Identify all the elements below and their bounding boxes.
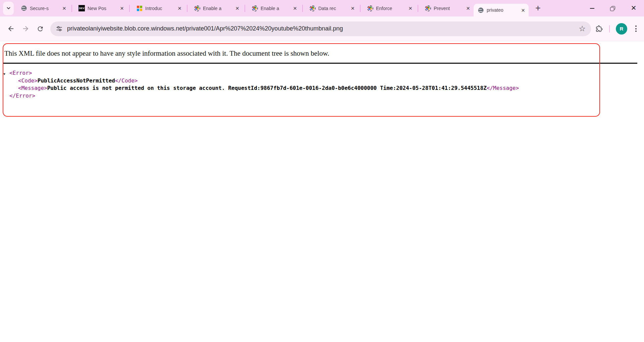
tab[interactable]: Enforce×: [362, 0, 416, 16]
tab-close-icon[interactable]: ×: [61, 5, 67, 11]
message-close-tag: </Message>: [487, 85, 519, 91]
tab-close-icon[interactable]: ×: [234, 5, 240, 11]
tab-title: Enforce: [376, 6, 405, 11]
tab-separator: [71, 5, 72, 12]
tab-title: Enable a: [203, 6, 232, 11]
reload-button[interactable]: [33, 21, 48, 36]
address-bar[interactable]: privateolaniyiwebsite.blob.core.windows.…: [50, 21, 591, 36]
tab-favicon: [194, 5, 200, 11]
tab-strip-tabs: Secure-s×DEVNew Pos×Introduc×Enable a×En…: [16, 0, 529, 16]
tab[interactable]: DEVNew Pos×: [74, 0, 127, 16]
tab-favicon: [478, 7, 484, 13]
tab-separator: [360, 5, 361, 12]
back-button[interactable]: [3, 21, 18, 36]
profile-avatar[interactable]: R: [616, 23, 627, 35]
tab[interactable]: Introduc×: [131, 0, 185, 16]
tab-title: Introduc: [145, 6, 174, 11]
forward-button[interactable]: [18, 21, 33, 36]
tab[interactable]: Prevent×: [420, 0, 474, 16]
xml-line-error-close: </Error>: [0, 92, 644, 100]
tab[interactable]: Secure-s×: [16, 0, 70, 16]
ms-learn-icon: [310, 5, 316, 11]
site-settings-icon[interactable]: [56, 25, 63, 32]
toolbar-divider: [609, 25, 610, 33]
error-close-tag: </Error>: [9, 93, 35, 99]
xml-viewer-note: This XML file does not appear to have an…: [3, 41, 637, 64]
forward-icon: [22, 25, 30, 33]
tab-close-icon[interactable]: ×: [119, 5, 125, 11]
tab-separator: [418, 5, 418, 12]
ms-learn-icon: [252, 5, 258, 11]
tab-favicon: [21, 5, 27, 11]
xml-line-message: <Message>Public access is not permitted …: [0, 84, 644, 92]
menu-kebab-icon[interactable]: [633, 23, 639, 34]
close-window-button[interactable]: ×: [623, 0, 644, 16]
close-icon: ×: [631, 3, 636, 12]
chevron-down-icon: [6, 6, 11, 11]
window-controls: ×: [582, 0, 644, 16]
globe-icon: [21, 5, 27, 11]
tab-separator: [302, 5, 303, 12]
toolbar-right: R: [595, 23, 639, 35]
message-open-tag: <Message>: [18, 85, 47, 91]
tab[interactable]: Enable a×: [189, 0, 243, 16]
code-close-tag: </Code>: [115, 77, 138, 84]
minimize-button[interactable]: [582, 0, 602, 16]
tab-strip: Secure-s×DEVNew Pos×Introduc×Enable a×En…: [0, 0, 644, 16]
back-icon: [7, 25, 15, 33]
tab-close-icon[interactable]: ×: [292, 5, 298, 11]
new-tab-button[interactable]: +: [532, 2, 544, 14]
restore-icon: [611, 6, 615, 10]
tab[interactable]: Enable a×: [247, 0, 301, 16]
ms-learn-icon: [367, 5, 373, 11]
error-open-tag: <Error>: [9, 70, 32, 76]
tab-search-button[interactable]: [3, 2, 14, 15]
tab-close-icon[interactable]: ×: [465, 5, 471, 11]
tab-title: Data rec: [318, 6, 347, 11]
reload-icon: [37, 25, 44, 33]
tab[interactable]: Data rec×: [305, 0, 358, 16]
dev-logo-icon: DEV: [78, 5, 85, 11]
tab-active[interactable]: privateo×: [474, 4, 529, 16]
tab-favicon: [136, 5, 143, 11]
tab-separator: [129, 5, 130, 12]
xml-line-error-open: ▼<Error>: [0, 69, 644, 77]
globe-icon: [478, 7, 484, 13]
bookmark-star-icon[interactable]: ☆: [579, 25, 586, 33]
browser-toolbar: privateolaniyiwebsite.blob.core.windows.…: [0, 16, 644, 41]
url-text[interactable]: privateolaniyiwebsite.blob.core.windows.…: [67, 25, 579, 32]
ms-learn-icon: [425, 5, 431, 11]
xml-line-code: <Code>PublicAccessNotPermitted</Code>: [0, 77, 644, 85]
tab-title: Secure-s: [30, 6, 59, 11]
tab-title: Enable a: [261, 6, 289, 11]
tab-favicon: [309, 5, 316, 11]
tab-title: New Pos: [88, 6, 116, 11]
restore-button[interactable]: [602, 0, 623, 16]
extensions-icon[interactable]: [595, 25, 603, 33]
minimize-icon: [590, 8, 594, 9]
tab-close-icon[interactable]: ×: [350, 5, 356, 11]
code-open-tag: <Code>: [18, 77, 38, 84]
tab-title: privateo: [487, 7, 518, 13]
tab-favicon: [367, 5, 373, 11]
tab-favicon: [425, 5, 431, 11]
tab-close-icon[interactable]: ×: [520, 7, 526, 13]
tab-title: Prevent: [434, 6, 463, 11]
microsoft-logo-icon: [137, 6, 142, 11]
ms-learn-icon: [194, 5, 200, 11]
page-content: This XML file does not appear to have an…: [0, 41, 644, 342]
tab-separator: [187, 5, 187, 12]
message-value: Public access is not permitted on this s…: [47, 85, 487, 91]
tab-favicon: [252, 5, 258, 11]
tab-close-icon[interactable]: ×: [177, 5, 182, 11]
tab-favicon: DEV: [78, 5, 85, 11]
code-value: PublicAccessNotPermitted: [38, 77, 115, 84]
tab-close-icon[interactable]: ×: [408, 5, 413, 11]
xml-tree: ▼<Error> <Code>PublicAccessNotPermitted<…: [0, 69, 644, 100]
tab-separator: [245, 5, 245, 12]
